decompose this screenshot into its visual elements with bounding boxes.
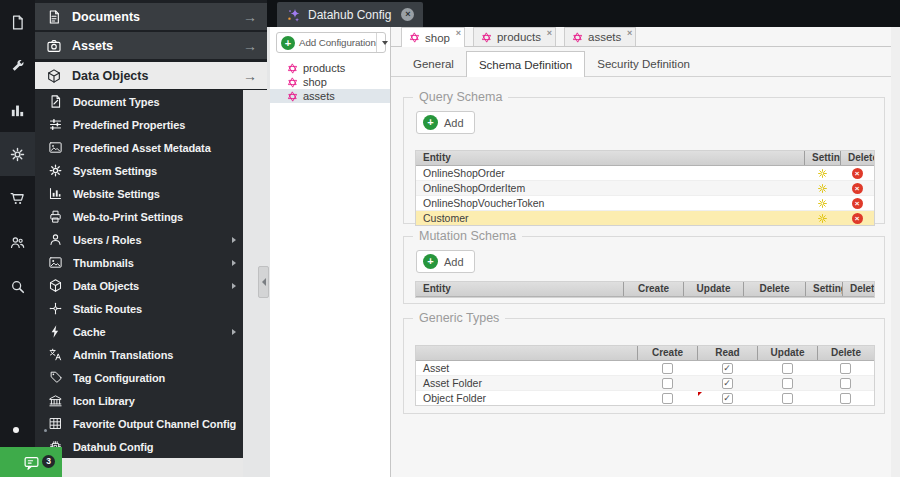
query-row-onlineshopvouchertoken[interactable]: OnlineShopVoucherToken× bbox=[416, 196, 874, 211]
generic-row-object-folder[interactable]: Object Folder✓ bbox=[416, 391, 874, 405]
sidebar-item-cache[interactable]: Cache bbox=[35, 320, 243, 343]
sidebar-item-system-settings[interactable]: System Settings bbox=[35, 159, 243, 182]
checkbox-update[interactable] bbox=[782, 378, 793, 389]
checkbox-delete[interactable] bbox=[840, 378, 851, 389]
subtab-schema-definition[interactable]: Schema Definition bbox=[466, 51, 585, 77]
column-header-read[interactable]: Read bbox=[697, 346, 757, 360]
sidebar-item-label: Website Settings bbox=[73, 188, 236, 200]
sidebar-section-documents[interactable]: Documents→ bbox=[35, 3, 267, 30]
gear-icon bbox=[48, 163, 63, 178]
column-header-delete[interactable]: Delete bbox=[743, 282, 805, 296]
checkbox-create[interactable] bbox=[662, 378, 673, 389]
sidebar-item-tag-configuration[interactable]: Tag Configuration bbox=[35, 366, 243, 389]
config-star-icon bbox=[287, 63, 298, 74]
grid-cell: Object Folder bbox=[416, 391, 637, 405]
sidebar-section-data-objects[interactable]: Data Objects→ bbox=[35, 62, 267, 89]
add-configuration-button[interactable]: + Add Configuration bbox=[276, 32, 386, 53]
column-header-update[interactable]: Update bbox=[683, 282, 743, 296]
settings-gear-icon[interactable] bbox=[817, 213, 828, 224]
checkbox-update[interactable] bbox=[782, 393, 793, 404]
generic-row-asset-folder[interactable]: Asset Folder✓ bbox=[416, 376, 874, 391]
checkbox-delete[interactable] bbox=[840, 363, 851, 374]
notifications-chat-button[interactable]: 3 bbox=[0, 447, 62, 477]
column-header-settings[interactable]: Settings bbox=[804, 151, 840, 165]
sidebar-section-assets[interactable]: Assets→ bbox=[35, 32, 267, 59]
tab-datahub-config[interactable]: Datahub Config × bbox=[277, 2, 423, 27]
column-header-delete[interactable]: Delete bbox=[817, 346, 874, 360]
column-header-settings[interactable]: Settings bbox=[805, 282, 842, 296]
sidebar-item-data-objects[interactable]: Data Objects bbox=[35, 274, 243, 297]
subtab-general[interactable]: General bbox=[401, 52, 466, 76]
definition-subtabs: GeneralSchema DefinitionSecurity Definit… bbox=[391, 47, 891, 77]
tab-products[interactable]: products× bbox=[473, 27, 556, 46]
column-header-blank[interactable] bbox=[416, 346, 637, 360]
checkbox-create[interactable] bbox=[662, 363, 673, 374]
sidebar-item-admin-translations[interactable]: Admin Translations bbox=[35, 343, 243, 366]
rail-users-button[interactable] bbox=[0, 220, 35, 264]
tab-close-icon[interactable]: × bbox=[456, 29, 461, 38]
close-icon[interactable]: × bbox=[401, 8, 414, 21]
tab-close-icon[interactable]: × bbox=[547, 29, 552, 38]
sidebar-item-web-to-print-settings[interactable]: Web-to-Print Settings bbox=[35, 205, 243, 228]
checkbox-read[interactable]: ✓ bbox=[722, 393, 733, 404]
rail-settings-button[interactable] bbox=[0, 132, 35, 176]
generic-row-asset[interactable]: Asset✓ bbox=[416, 361, 874, 376]
query-add-button[interactable]: + Add bbox=[416, 111, 475, 134]
rail-ecommerce-button[interactable] bbox=[0, 176, 35, 220]
delete-icon[interactable]: × bbox=[852, 213, 863, 224]
delete-icon[interactable]: × bbox=[852, 198, 863, 209]
reports-icon bbox=[9, 102, 26, 119]
mutation-add-button[interactable]: + Add bbox=[416, 250, 475, 273]
settings-gear-icon[interactable] bbox=[817, 183, 828, 194]
sidebar-item-document-types[interactable]: Document Types bbox=[35, 90, 243, 113]
column-header-entity[interactable]: Entity bbox=[416, 151, 804, 165]
image-metadata-icon bbox=[48, 140, 63, 155]
rail-reports-button[interactable] bbox=[0, 88, 35, 132]
rail-search-button[interactable] bbox=[0, 264, 35, 308]
checkbox-read[interactable]: ✓ bbox=[722, 363, 733, 374]
query-row-onlineshoporder[interactable]: OnlineShopOrder× bbox=[416, 166, 874, 181]
column-header-update[interactable]: Update bbox=[757, 346, 817, 360]
delete-icon[interactable]: × bbox=[852, 168, 863, 179]
right-margin bbox=[891, 27, 900, 477]
query-row-onlineshoporderitem[interactable]: OnlineShopOrderItem× bbox=[416, 181, 874, 196]
column-header-create[interactable]: Create bbox=[623, 282, 683, 296]
rail-documents-button[interactable] bbox=[0, 0, 35, 44]
collapse-handle[interactable] bbox=[258, 266, 269, 298]
checkbox-read[interactable]: ✓ bbox=[722, 378, 733, 389]
config-star-icon bbox=[287, 77, 298, 88]
checkbox-create[interactable] bbox=[662, 393, 673, 404]
tab-assets[interactable]: assets× bbox=[564, 27, 636, 46]
checkbox-update[interactable] bbox=[782, 363, 793, 374]
sidebar-item-predefined-asset-metadata[interactable]: Predefined Asset Metadata bbox=[35, 136, 243, 159]
settings-gear-icon[interactable] bbox=[817, 168, 828, 179]
tab-close-icon[interactable]: × bbox=[627, 29, 632, 38]
sidebar-item-datahub-config[interactable]: Datahub Config bbox=[35, 435, 243, 458]
sliders-icon bbox=[48, 117, 63, 132]
section-label: Documents bbox=[72, 10, 233, 24]
column-header-delete[interactable]: Delete bbox=[840, 151, 874, 165]
column-header-create[interactable]: Create bbox=[637, 346, 697, 360]
config-item-shop[interactable]: shop bbox=[270, 75, 390, 89]
config-item-assets[interactable]: assets bbox=[270, 89, 390, 103]
rail-tools-button[interactable] bbox=[0, 44, 35, 88]
delete-icon[interactable]: × bbox=[852, 183, 863, 194]
sidebar-item-static-routes[interactable]: Static Routes bbox=[35, 297, 243, 320]
grid-cell bbox=[757, 391, 817, 405]
config-item-label: products bbox=[303, 62, 345, 74]
query-row-customer[interactable]: Customer× bbox=[416, 211, 874, 225]
column-header-entity[interactable]: Entity bbox=[416, 282, 623, 296]
sidebar-item-predefined-properties[interactable]: Predefined Properties bbox=[35, 113, 243, 136]
checkbox-delete[interactable] bbox=[840, 393, 851, 404]
sidebar-item-users-roles[interactable]: Users / Roles bbox=[35, 228, 243, 251]
column-header-delete[interactable]: Delete bbox=[842, 282, 874, 296]
sidebar-item-icon-library[interactable]: Icon Library bbox=[35, 389, 243, 412]
settings-gear-icon[interactable] bbox=[817, 198, 828, 209]
subtab-security-definition[interactable]: Security Definition bbox=[585, 52, 702, 76]
sidebar-item-favorite-output-channel-configurations[interactable]: Favorite Output Channel Configurations bbox=[35, 412, 243, 435]
grid-cell bbox=[817, 361, 874, 375]
sidebar-item-thumbnails[interactable]: Thumbnails bbox=[35, 251, 243, 274]
tab-shop[interactable]: shop× bbox=[401, 27, 465, 47]
sidebar-item-website-settings[interactable]: Website Settings bbox=[35, 182, 243, 205]
config-item-products[interactable]: products bbox=[270, 61, 390, 75]
